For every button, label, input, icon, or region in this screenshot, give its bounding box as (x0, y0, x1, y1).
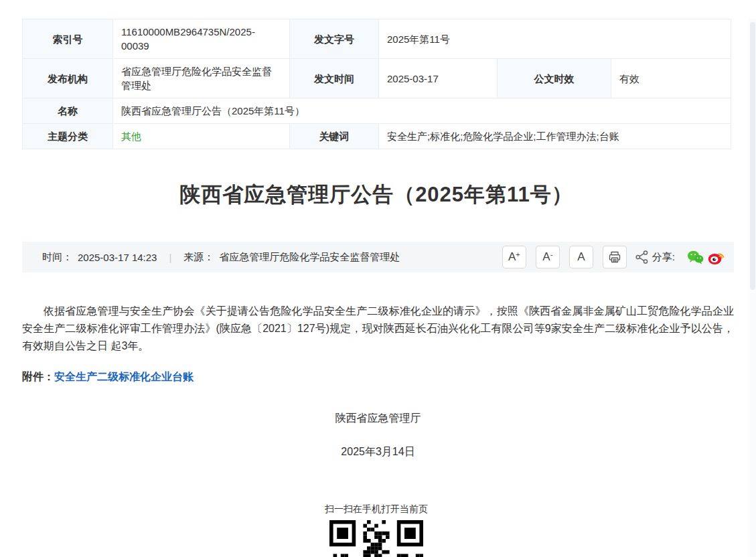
announcement-paragraph: 依据省应急管理与安全生产协会《关于提请公告危险化学品安全生产二级标准化企业的请示… (22, 303, 734, 355)
validity-label: 公文时效 (498, 59, 611, 98)
attachment-label: 附件： (22, 371, 54, 382)
share-icon (635, 250, 650, 264)
source-value: 省应急管理厅危险化学品安全监督管理处 (219, 251, 400, 264)
source-label: 来源： (183, 251, 214, 264)
article-meta-text: 时间： 2025-03-17 14:23 | 来源： 省应急管理厅危险化学品安全… (42, 251, 400, 264)
scrollbar-thumb[interactable] (750, 22, 755, 290)
page-title: 陕西省应急管理厅公告（2025年第11号） (22, 181, 731, 209)
attachment-line: 附件：安全生产二级标准化企业台账 (22, 368, 734, 386)
divider: | (169, 252, 171, 263)
doc-number-label: 发文字号 (290, 19, 379, 59)
printer-icon (608, 250, 621, 264)
table-row: 索引号 11610000MB2964735N/2025-00039 发文字号 2… (23, 19, 731, 59)
weibo-icon[interactable] (708, 250, 725, 265)
issuing-org-value: 省应急管理厅危险化学品安全监督管理处 (113, 59, 290, 98)
issue-date-label: 发文时间 (290, 59, 379, 98)
qr-section: 扫一扫在手机打开当前页 (22, 503, 731, 557)
issue-date-value: 2025-03-17 (379, 59, 498, 98)
qr-code (329, 520, 423, 557)
print-button[interactable] (603, 246, 627, 268)
name-label: 名称 (23, 98, 113, 124)
keywords-value: 安全生产;标准化;危险化学品企业;工作管理办法;台账 (379, 124, 731, 149)
scrollbar-track[interactable] (749, 19, 756, 557)
article-info-bar: 时间： 2025-03-17 14:23 | 来源： 省应急管理厅危险化学品安全… (22, 242, 734, 272)
attachment-link[interactable]: 安全生产二级标准化企业台账 (54, 371, 194, 382)
table-row: 主题分类 其他 关键词 安全生产;标准化;危险化学品企业;工作管理办法;台账 (23, 124, 731, 149)
font-decrease-button[interactable]: A- (536, 246, 560, 268)
share-label: 分享: (652, 251, 675, 264)
keywords-label: 关键词 (290, 124, 379, 149)
document-metadata-table: 索引号 11610000MB2964735N/2025-00039 发文字号 2… (22, 19, 731, 149)
table-row: 名称 陕西省应急管理厅公告（2025年第11号） (23, 98, 731, 124)
time-value: 2025-03-17 14:23 (78, 252, 157, 263)
topic-category-value: 其他 (113, 124, 290, 149)
doc-number-value: 2025年第11号 (379, 19, 731, 59)
font-reset-button[interactable]: A (569, 246, 593, 268)
topic-category-label: 主题分类 (23, 124, 113, 149)
table-row: 发布机构 省应急管理厅危险化学品安全监督管理处 发文时间 2025-03-17 … (23, 59, 731, 98)
issuing-org-label: 发布机构 (23, 59, 113, 98)
validity-value: 有效 (611, 59, 731, 98)
index-number-value: 11610000MB2964735N/2025-00039 (113, 19, 290, 59)
signature-date: 2025年3月14日 (22, 443, 734, 461)
name-value: 陕西省应急管理厅公告（2025年第11号） (113, 98, 731, 124)
article-body: 依据省应急管理与安全生产协会《关于提请公告危险化学品安全生产二级标准化企业的请示… (22, 303, 734, 461)
qr-caption: 扫一扫在手机打开当前页 (22, 503, 731, 515)
wechat-icon[interactable] (687, 250, 704, 265)
index-number-label: 索引号 (23, 19, 113, 59)
time-label: 时间： (42, 251, 72, 264)
font-increase-button[interactable]: A+ (502, 246, 526, 268)
document-page: 索引号 11610000MB2964735N/2025-00039 发文字号 2… (0, 19, 756, 557)
signature-org: 陕西省应急管理厅 (22, 410, 734, 427)
